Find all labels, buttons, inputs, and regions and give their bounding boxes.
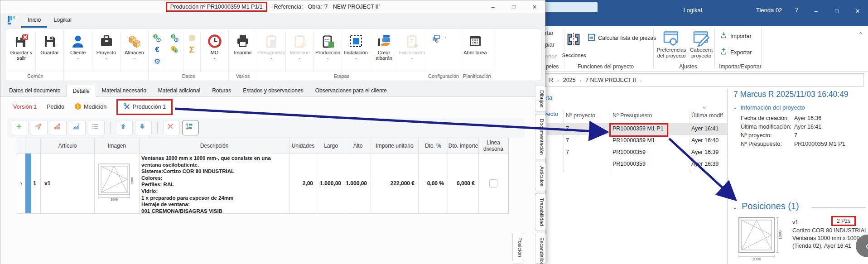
chevron-down-icon[interactable]: ⌄ (733, 205, 737, 211)
money-clock-icon[interactable]: $ (170, 34, 179, 43)
doc-tab-datos-del-documento[interactable]: Datos del documento (3, 85, 66, 97)
position-qty-annotation: 2 Pzs (831, 216, 856, 226)
list-column-header[interactable]: Nº Presupuesto (612, 112, 652, 119)
ribbon-button-guardar[interactable]: Guardar (35, 31, 63, 72)
toolbar-send-button[interactable] (31, 120, 48, 135)
ribbon-button-almacén[interactable]: Almacén⌄ (120, 31, 148, 72)
sigma-icon[interactable]: Σ (188, 45, 197, 54)
money-clock-icon[interactable]: $ (153, 34, 162, 43)
calc-parts-button[interactable]: Calcular lista de piezas (588, 34, 656, 43)
list-column-header[interactable]: Nº proyecto (566, 112, 595, 119)
divider-checkbox[interactable] (489, 179, 497, 187)
position-code: v1 (792, 219, 798, 226)
sections-button[interactable]: Secciones (556, 53, 592, 58)
toolbar-arrow-up-button[interactable] (116, 120, 133, 135)
close-button[interactable]: ✕ (847, 0, 868, 22)
breadcrumb[interactable]: R›2025›7 NEW PROJECT II› (545, 73, 863, 87)
toolbar-plus-button[interactable] (12, 120, 29, 135)
table-row[interactable]: ›1v1 1000 1000 Ventanas 1000 mm x 1000 m… (17, 154, 508, 214)
toolbar-arrow-down-button[interactable] (135, 120, 152, 135)
breadcrumb-item[interactable]: 7 NEW PROJECT II (585, 77, 636, 83)
doc-tab-material-adicional[interactable]: Material adicional (152, 85, 206, 97)
ribbon-button-crear-albarán[interactable]: Crear albarán (370, 31, 398, 72)
ribbon-button-producción[interactable]: Producción⌄ (313, 31, 342, 72)
clipped-ribbon-button[interactable]: rtar (545, 30, 554, 36)
side-tab-dibujos[interactable]: Dibujos (535, 86, 546, 112)
import-button[interactable]: Importar (720, 32, 752, 41)
position-thumbnail[interactable]: 1000 1000 (738, 216, 785, 263)
gear-icon[interactable]: ⚙ (153, 57, 162, 66)
toolbar-list-button[interactable] (88, 120, 105, 135)
ribbon-button-instalación[interactable]: Instalación⌄ (342, 31, 370, 72)
export-button[interactable]: Exportar (720, 48, 752, 57)
toolbar-report-button[interactable] (50, 120, 67, 135)
table-header-cell[interactable]: Línea divisoria (479, 138, 508, 154)
project-info-section[interactable]: ⌄ Información del proyecto (733, 104, 805, 111)
subtab-pedido[interactable]: Pedido (47, 104, 64, 110)
side-tab-escandallos[interactable]: Escandallos (535, 233, 546, 264)
subtab-medición[interactable]: Medición (74, 103, 106, 111)
clipped-link[interactable]: vecto (544, 110, 558, 117)
project-browser: etavecto Nº proyectoNº PresupuestoÚltima… (543, 89, 868, 264)
ribbon-button-imprimir[interactable]: Imprimir (229, 31, 257, 72)
doc-tab-estados-y-observaciones[interactable]: Estados y observaciones (237, 85, 309, 97)
coins-icon[interactable]: €$ (170, 45, 179, 54)
list-column-header[interactable]: Última modif (691, 112, 723, 119)
maximize-button[interactable]: □ (826, 0, 847, 22)
doc-tab-roturas[interactable]: Roturas (206, 85, 237, 97)
detail-panel: Versión 1PedidoMediciónProducción 1 Artí… (0, 97, 536, 264)
table-header-cell[interactable] (17, 138, 25, 154)
side-tab-documentación[interactable]: Documentación (535, 114, 546, 159)
table-header-cell[interactable]: Unidades (289, 138, 317, 154)
doc-tab-detalle[interactable]: Detalle (66, 85, 96, 97)
minimize-button[interactable]: – (482, 0, 503, 13)
euro-icon[interactable]: € (153, 45, 162, 54)
table-header-cell[interactable]: Artículo (41, 138, 95, 154)
clipped-ribbon-button[interactable]: piar (545, 42, 555, 48)
toolbar-chart-button[interactable] (69, 120, 86, 135)
ribbon-button-proyecto[interactable]: Proyecto⌄ (92, 31, 120, 72)
ribbon-button-cliente[interactable]: Cliente⌄ (64, 31, 92, 72)
table-header-cell[interactable]: Largo (317, 138, 345, 154)
project-header-button[interactable]: Cabecera proyecto (688, 29, 714, 59)
coins-pale-icon[interactable] (188, 34, 197, 43)
table-header-cell[interactable]: Dto. importe (448, 138, 479, 154)
minimize-button[interactable]: – (805, 0, 826, 22)
breadcrumb-item[interactable]: R (549, 77, 553, 83)
toolbar-divider-button[interactable] (182, 120, 199, 135)
chevron-down-icon[interactable]: ⌄ (702, 103, 706, 110)
articulo-cell: v1 (41, 154, 95, 214)
side-tab-artículos[interactable]: Artículos (535, 162, 546, 191)
budget-row[interactable]: 7PR10000359Ayer 16:39 (547, 147, 727, 158)
help-button[interactable]: ? (795, 6, 798, 13)
breadcrumb-item[interactable]: 2025 (563, 77, 576, 83)
table-header-cell[interactable]: Descripción (140, 138, 289, 154)
ribbon-button-guardar-y-salir[interactable]: Guardar y salir (7, 31, 35, 72)
toolbar-x-button[interactable] (163, 120, 180, 135)
menu-tab-logikal[interactable]: Logikal (47, 13, 78, 28)
ribbon-collapse-icon[interactable]: ^ (859, 31, 862, 37)
table-header-cell[interactable]: Dto. % (419, 138, 448, 154)
subtab-versión-1[interactable]: Versión 1 (13, 104, 37, 110)
configuration-button[interactable]: ⌄ (426, 31, 453, 72)
sections-icon[interactable] (566, 30, 582, 50)
subtab-producción-1[interactable]: Producción 1 (116, 99, 173, 115)
table-header-cell[interactable]: Importe unitario (371, 138, 419, 154)
menu-tab-inicio[interactable]: Inicio (21, 13, 47, 28)
table-header-cell[interactable] (25, 138, 41, 154)
info-field-label: Nº Presupuesto: (741, 141, 782, 147)
maximize-button[interactable]: □ (503, 0, 524, 13)
search-input[interactable] (544, 2, 598, 12)
ribbon-button-abrir-tarea[interactable]: Abrir tarea (461, 31, 489, 72)
budget-row[interactable]: PR10000359Ayer 16:39 (547, 158, 727, 170)
project-preferences-button[interactable]: Preferencias del proyecto (655, 29, 688, 59)
side-tab-trazabilidad[interactable]: Trazabilidad (535, 193, 546, 230)
ribbon-button-mo[interactable]: MO⌄ (200, 31, 228, 72)
table-header-cell[interactable]: Imagen (95, 138, 140, 154)
doc-tab-material-necesario[interactable]: Material necesario (96, 85, 152, 97)
close-button[interactable]: ✕ (524, 0, 545, 13)
doc-tab-observaciones-para-el-cliente[interactable]: Observaciones para el cliente (309, 85, 393, 97)
table-header-cell[interactable]: Alto (345, 138, 371, 154)
side-tab-posición[interactable]: Posición (512, 233, 524, 261)
ribbon-icon-stack: Σ (183, 31, 200, 72)
